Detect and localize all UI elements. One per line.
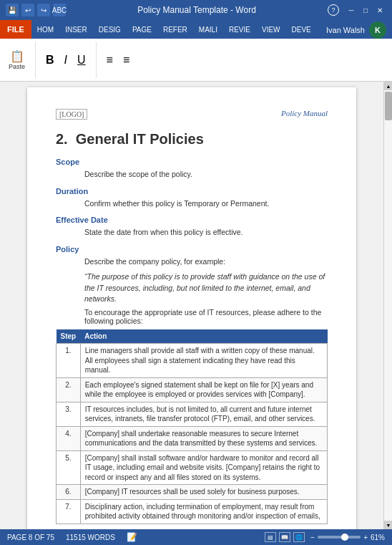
section-effective-date-body: State the date from when this policy is … bbox=[84, 227, 328, 238]
chapter-title: 2. General IT Policies bbox=[56, 131, 328, 148]
proofing-icon[interactable]: 📝 bbox=[127, 532, 137, 542]
maximize-button[interactable]: □ bbox=[359, 4, 372, 16]
table-cell-step: 2. bbox=[57, 377, 81, 402]
redo-icon[interactable]: ↪ bbox=[37, 4, 50, 16]
ribbon-tab-bar: FILE HOM INSER DESIG PAGE REFER MAILI RE… bbox=[0, 20, 392, 39]
user-name: Ivan Walsh bbox=[326, 26, 365, 34]
zoom-thumb[interactable] bbox=[341, 534, 348, 541]
adhere-text: To encourage the appropriate use of IT r… bbox=[84, 308, 328, 325]
print-layout-view[interactable]: ▤ bbox=[265, 532, 276, 542]
section-scope-body: Describe the scope of the policy. bbox=[84, 169, 328, 180]
table-row: 5.[Company] shall install software and/o… bbox=[57, 450, 328, 485]
user-area: Ivan Walsh K bbox=[320, 21, 392, 39]
table-cell-action: [Company] shall undertake reasonable mea… bbox=[80, 426, 327, 450]
scroll-up-button[interactable]: ▲ bbox=[384, 82, 392, 90]
table-row: 2.Each employee's signed statement shall… bbox=[57, 377, 328, 402]
scroll-thumb[interactable] bbox=[385, 92, 392, 120]
page-header: [LOGO] Policy Manual bbox=[56, 109, 328, 120]
section-scope-heading: Scope bbox=[56, 158, 328, 166]
italic-button[interactable]: I bbox=[62, 52, 70, 68]
scroll-down-button[interactable]: ▼ bbox=[384, 521, 392, 529]
bold-button[interactable]: B bbox=[43, 52, 57, 68]
table-row: 4.[Company] shall undertake reasonable m… bbox=[57, 426, 328, 450]
web-layout-view[interactable]: 🌐 bbox=[293, 532, 305, 542]
table-header-action: Action bbox=[80, 329, 327, 344]
table-cell-action: Disciplinary action, including terminati… bbox=[80, 499, 327, 524]
section-policy-heading: Policy bbox=[56, 245, 328, 254]
table-cell-step: 6. bbox=[57, 485, 81, 500]
section-duration-body: Confirm whether this policy is Temporary… bbox=[84, 198, 328, 209]
ribbon: FILE HOM INSER DESIG PAGE REFER MAILI RE… bbox=[0, 20, 392, 39]
table-cell-action: Line managers shall provide all staff wi… bbox=[80, 344, 327, 378]
zoom-control: − + 61% bbox=[310, 534, 385, 541]
help-button[interactable]: ? bbox=[328, 4, 339, 16]
table-row: 1.Line managers shall provide all staff … bbox=[57, 344, 328, 378]
tab-design[interactable]: DESIG bbox=[93, 20, 127, 39]
title-bar: 💾 ↩ ↪ ABC Policy Manual Template - Word … bbox=[0, 0, 392, 20]
close-button[interactable]: ✕ bbox=[373, 4, 386, 16]
table-cell-action: [Company] IT resources shall be used sol… bbox=[80, 485, 327, 500]
zoom-slider[interactable] bbox=[318, 536, 361, 539]
word-count: 11515 WORDS bbox=[66, 534, 115, 541]
window-title: Policy Manual Template - Word bbox=[66, 5, 328, 15]
zoom-level: 61% bbox=[371, 534, 385, 541]
ribbon-content: 📋 Paste B I U ≡ ≡ bbox=[0, 39, 392, 82]
align-left-icon: ≡ bbox=[107, 54, 113, 67]
spell-check-icon[interactable]: ABC bbox=[53, 4, 66, 16]
paste-label: Paste bbox=[9, 63, 25, 70]
bold-icon: B bbox=[46, 54, 54, 67]
section-effective-date-heading: Effective Date bbox=[56, 216, 328, 224]
zoom-minus-button[interactable]: − bbox=[310, 534, 315, 541]
underline-button[interactable]: U bbox=[74, 52, 89, 68]
tab-home[interactable]: HOM bbox=[31, 20, 59, 39]
minimize-button[interactable]: ─ bbox=[345, 4, 358, 16]
save-icon[interactable]: 💾 bbox=[6, 4, 19, 16]
document-area: [LOGO] Policy Manual 2. General IT Polic… bbox=[0, 82, 392, 529]
underline-icon: U bbox=[77, 54, 86, 67]
tab-references[interactable]: REFER bbox=[157, 20, 193, 39]
paste-icon: 📋 bbox=[10, 49, 24, 63]
tab-view[interactable]: VIEW bbox=[256, 20, 286, 39]
section-policy-describe: Describe the company policy, for example… bbox=[84, 256, 328, 267]
window-controls[interactable]: ─ □ ✕ bbox=[345, 4, 386, 16]
chapter-name: General IT Policies bbox=[76, 131, 204, 147]
section-duration-heading: Duration bbox=[56, 187, 328, 196]
page-info: PAGE 8 OF 75 bbox=[7, 534, 54, 541]
table-cell-action: [Company] shall install software and/or … bbox=[80, 450, 327, 485]
document-page[interactable]: [LOGO] Policy Manual 2. General IT Polic… bbox=[27, 87, 356, 529]
tab-review[interactable]: REVIE bbox=[223, 20, 256, 39]
align-left-button[interactable]: ≡ bbox=[104, 52, 116, 68]
table-cell-step: 5. bbox=[57, 450, 81, 485]
tab-insert[interactable]: INSER bbox=[59, 20, 93, 39]
tab-mailings[interactable]: MAILI bbox=[193, 20, 223, 39]
read-mode-view[interactable]: 📖 bbox=[279, 532, 290, 542]
page-container: [LOGO] Policy Manual 2. General IT Polic… bbox=[0, 82, 383, 529]
status-right-area: ▤ 📖 🌐 − + 61% bbox=[265, 532, 385, 542]
table-cell-action: Each employee's signed statement shall b… bbox=[80, 377, 327, 402]
table-row: 7.Disciplinary action, including termina… bbox=[57, 499, 328, 524]
tab-developer[interactable]: DEVE bbox=[286, 20, 317, 39]
align-center-button[interactable]: ≡ bbox=[120, 52, 132, 68]
title-bar-icons: 💾 ↩ ↪ ABC bbox=[6, 4, 66, 16]
vertical-scrollbar[interactable]: ▲ ▼ bbox=[383, 82, 392, 529]
zoom-plus-button[interactable]: + bbox=[363, 534, 368, 541]
table-cell-step: 4. bbox=[57, 426, 81, 450]
document-title-header: Policy Manual bbox=[281, 109, 328, 117]
table-header-step: Step bbox=[57, 329, 81, 344]
policy-quote-text: “The purpose of this policy is to provid… bbox=[84, 271, 328, 305]
tab-file[interactable]: FILE bbox=[0, 20, 31, 39]
table-cell-step: 7. bbox=[57, 499, 81, 524]
status-bar: PAGE 8 OF 75 11515 WORDS 📝 ▤ 📖 🌐 − + 61% bbox=[0, 529, 392, 545]
undo-icon[interactable]: ↩ bbox=[21, 4, 34, 16]
user-avatar[interactable]: K bbox=[369, 21, 386, 39]
logo: [LOGO] bbox=[56, 109, 87, 120]
table-cell-step: 1. bbox=[57, 344, 81, 378]
view-mode-icons: ▤ 📖 🌐 bbox=[265, 532, 305, 542]
tab-page-layout[interactable]: PAGE bbox=[127, 20, 157, 39]
align-center-icon: ≡ bbox=[123, 54, 129, 67]
policy-table: Step Action 1.Line managers shall provid… bbox=[56, 329, 328, 524]
chapter-number: 2. bbox=[56, 131, 68, 147]
paste-button[interactable]: 📋 Paste bbox=[6, 48, 28, 72]
table-cell-action: IT resources includes, but is not limite… bbox=[80, 402, 327, 426]
table-row: 6.[Company] IT resources shall be used s… bbox=[57, 485, 328, 500]
